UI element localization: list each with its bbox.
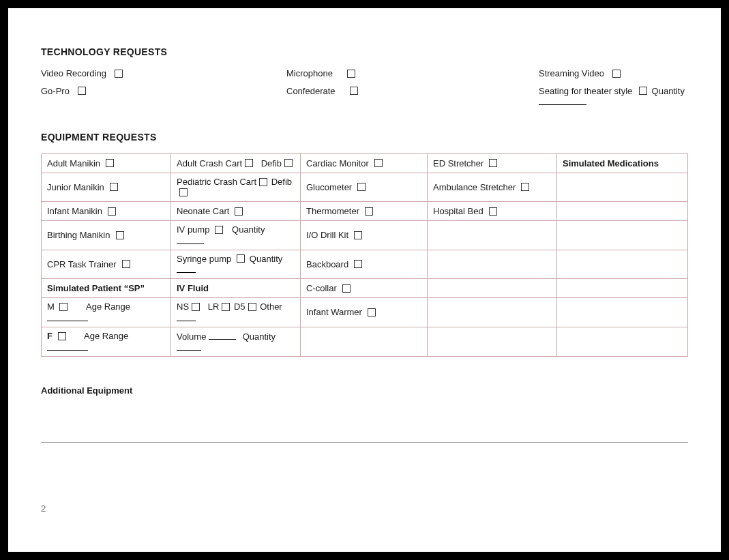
glucometer-label: Glucometer [306, 182, 352, 192]
table-row: Simulated Patient “SP” IV Fluid C-collar [42, 279, 688, 298]
io-drill-kit-label: I/O Drill Kit [306, 230, 348, 240]
d5-checkbox[interactable] [248, 303, 256, 311]
defib-label-2: Defib [271, 177, 292, 187]
ed-stretcher-label: ED Stretcher [433, 158, 483, 168]
syringe-pump-label: Syringe pump [177, 254, 231, 264]
infant-warmer-label: Infant Warmer [306, 307, 362, 317]
other-input[interactable] [177, 312, 196, 321]
microphone-label: Microphone [286, 68, 333, 78]
streaming-video-label: Streaming Video [539, 68, 604, 78]
seating-quantity-input[interactable] [539, 96, 586, 105]
iv-fluid-heading: IV Fluid [177, 283, 209, 293]
ed-stretcher-checkbox[interactable] [489, 159, 497, 167]
fluid-quantity-input[interactable] [177, 342, 201, 351]
syringe-pump-quantity-label: Quantity [250, 254, 282, 264]
cpr-task-trainer-label: CPR Task Trainer [47, 259, 117, 269]
document-page: TECHNOLOGY REQUESTS Video Recording Micr… [8, 8, 721, 552]
equipment-requests-heading: EQUIPMENT REQUESTS [41, 132, 688, 143]
junior-manikin-checkbox[interactable] [110, 183, 118, 191]
ns-checkbox[interactable] [192, 303, 200, 311]
lr-label: LR [208, 301, 220, 312]
microphone-checkbox[interactable] [347, 70, 355, 78]
defib-checkbox-2[interactable] [179, 188, 188, 196]
defib-label-1: Defib [261, 158, 282, 168]
video-recording-checkbox[interactable] [115, 70, 123, 78]
backboard-checkbox[interactable] [354, 260, 362, 268]
hospital-bed-label: Hospital Bed [433, 206, 483, 216]
ambulance-stretcher-checkbox[interactable] [521, 183, 529, 191]
sp-m-age-range-input[interactable] [47, 312, 88, 321]
pediatric-crash-cart-checkbox[interactable] [259, 178, 267, 186]
thermometer-checkbox[interactable] [365, 207, 373, 216]
additional-equipment-heading: Additional Equipment [41, 385, 688, 396]
hospital-bed-checkbox[interactable] [489, 207, 497, 216]
table-row: Infant Manikin Neonate Cart Thermometer … [42, 202, 688, 221]
sp-f-label: F [47, 331, 53, 341]
iv-pump-checkbox[interactable] [215, 226, 223, 234]
sp-m-age-range-label: Age Range [86, 301, 130, 312]
neonate-cart-label: Neonate Cart [177, 206, 229, 216]
adult-crash-cart-label: Adult Crash Cart [177, 158, 242, 168]
glucometer-checkbox[interactable] [357, 183, 366, 191]
infant-manikin-checkbox[interactable] [108, 207, 116, 216]
table-row: Junior Manikin Pediatric Crash Cart Defi… [42, 173, 688, 202]
table-row: Birthing Manikin IV pump Quantity I/O Dr… [42, 221, 688, 250]
other-label: Other [260, 301, 282, 312]
confederate-checkbox[interactable] [350, 87, 358, 95]
lr-checkbox[interactable] [222, 303, 230, 311]
volume-label: Volume [177, 331, 206, 342]
table-row: F Age Range Volume Quantity [42, 327, 688, 356]
simulated-medications-heading: Simulated Medications [563, 158, 659, 168]
fluid-quantity-label: Quantity [243, 331, 276, 342]
volume-input[interactable] [209, 331, 236, 340]
page-number: 2 [41, 503, 46, 514]
pediatric-crash-cart-label: Pediatric Crash Cart [177, 177, 256, 187]
sp-m-label: M [47, 301, 55, 312]
defib-checkbox-1[interactable] [284, 159, 293, 167]
infant-manikin-label: Infant Manikin [47, 206, 102, 216]
sp-m-checkbox[interactable] [59, 303, 68, 311]
seating-checkbox[interactable] [639, 87, 647, 95]
gopro-checkbox[interactable] [78, 87, 86, 95]
junior-manikin-label: Junior Manikin [47, 182, 104, 192]
confederate-label: Confederate [286, 86, 336, 96]
sp-f-age-range-input[interactable] [47, 342, 88, 351]
c-collar-label: C-collar [306, 283, 337, 293]
seating-quantity-label: Quantity [652, 86, 685, 96]
tech-row-2: Go-Pro Confederate Seating for theater s… [41, 86, 688, 108]
technology-requests-heading: TECHNOLOGY REQUESTS [41, 46, 688, 57]
table-row: CPR Task Trainer Syringe pump Quantity B… [42, 250, 688, 279]
streaming-video-checkbox[interactable] [612, 70, 621, 78]
simulated-patient-heading: Simulated Patient “SP” [47, 283, 145, 293]
table-row: M Age Range NS LR D5 Other Infant Warmer [42, 298, 688, 327]
syringe-pump-checkbox[interactable] [237, 254, 245, 263]
ns-label: NS [177, 301, 189, 312]
gopro-label: Go-Pro [41, 86, 70, 96]
thermometer-label: Thermometer [306, 206, 359, 216]
birthing-manikin-checkbox[interactable] [116, 231, 124, 239]
adult-crash-cart-checkbox[interactable] [245, 159, 253, 167]
d5-label: D5 [234, 301, 246, 312]
adult-manikin-checkbox[interactable] [106, 159, 114, 167]
cardiac-monitor-checkbox[interactable] [374, 159, 383, 167]
backboard-label: Backboard [306, 259, 348, 269]
neonate-cart-checkbox[interactable] [235, 207, 243, 216]
iv-pump-quantity-label: Quantity [232, 224, 265, 235]
iv-pump-label: IV pump [177, 224, 209, 235]
syringe-pump-quantity-input[interactable] [177, 264, 196, 273]
infant-warmer-checkbox[interactable] [368, 308, 376, 316]
ambulance-stretcher-label: Ambulance Stretcher [433, 182, 516, 192]
tech-row-1: Video Recording Microphone Streaming Vid… [41, 68, 688, 79]
adult-manikin-label: Adult Manikin [47, 158, 100, 168]
birthing-manikin-label: Birthing Manikin [47, 230, 110, 240]
footer-divider [41, 442, 688, 443]
sp-f-age-range-label: Age Range [84, 331, 128, 341]
seating-label: Seating for theater style [539, 86, 632, 96]
iv-pump-quantity-input[interactable] [177, 235, 204, 244]
io-drill-kit-checkbox[interactable] [354, 231, 362, 239]
equipment-table: Adult Manikin Adult Crash Cart Defib Car… [41, 153, 688, 357]
cpr-task-trainer-checkbox[interactable] [122, 260, 130, 268]
sp-f-checkbox[interactable] [58, 332, 66, 340]
table-row: Adult Manikin Adult Crash Cart Defib Car… [42, 154, 688, 173]
c-collar-checkbox[interactable] [342, 284, 351, 293]
